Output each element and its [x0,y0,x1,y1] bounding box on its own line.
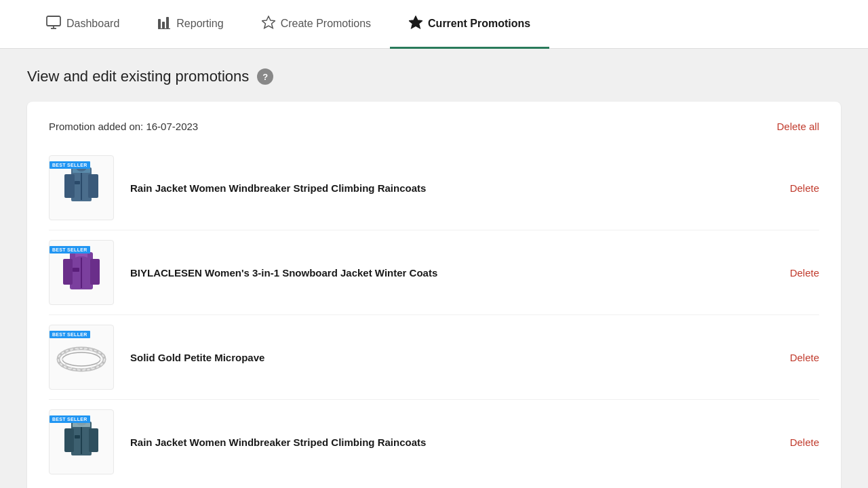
product-image-3: BEST SELLER [49,325,114,390]
delete-button-3[interactable]: Delete [790,352,819,363]
svg-point-35 [84,369,86,371]
svg-point-26 [65,353,67,355]
promotion-item: BEST SELLER [49,315,819,400]
best-seller-badge-1: BEST SELLER [50,161,90,169]
svg-point-27 [71,350,73,352]
tab-current-promotions-label: Current Promotions [428,18,530,30]
tab-dashboard-label: Dashboard [66,18,119,30]
svg-rect-41 [89,428,98,452]
svg-point-32 [100,359,102,361]
svg-marker-8 [262,16,275,28]
reporting-icon [157,16,171,33]
svg-point-24 [62,352,100,366]
page-title: View and edit existing promotions [27,68,249,85]
dashboard-icon [46,16,61,33]
page-header: View and edit existing promotions ? [27,68,841,85]
product-name-3: Solid Gold Petite Micropave [130,352,774,363]
svg-rect-3 [158,19,161,28]
svg-point-31 [96,353,98,355]
promotion-item: BEST SELLER Rain Jacket Women Windbreake… [49,400,819,484]
tab-reporting-label: Reporting [176,18,223,30]
svg-point-37 [71,367,73,369]
help-icon[interactable]: ? [257,68,273,85]
page-content: View and edit existing promotions ? Prom… [0,49,868,488]
product-image-2: BEST SELLER [49,240,114,305]
svg-point-33 [96,364,98,366]
delete-button-1[interactable]: Delete [790,182,819,194]
card-header: Promotion added on: 16-07-2023 Delete al… [49,121,819,132]
svg-point-28 [77,348,79,350]
svg-rect-5 [166,17,169,28]
svg-rect-12 [88,174,98,198]
product-image-4: BEST SELLER [49,409,114,474]
svg-rect-4 [162,22,165,28]
best-seller-badge-3: BEST SELLER [50,331,90,338]
delete-button-4[interactable]: Delete [790,436,819,448]
promotion-date: Promotion added on: 16-07-2023 [49,121,198,132]
svg-point-34 [91,367,93,369]
svg-rect-15 [75,181,80,184]
svg-marker-9 [410,16,422,28]
delete-all-button[interactable]: Delete all [776,121,819,132]
product-name-2: BIYLACLESEN Women's 3-in-1 Snowboard Jac… [130,267,774,279]
svg-point-25 [62,359,64,361]
tab-create-promotions-label: Create Promotions [281,18,371,30]
promotions-card: Promotion added on: 16-07-2023 Delete al… [27,102,841,488]
svg-rect-0 [47,16,60,26]
svg-point-36 [77,369,79,371]
promotion-item: BEST SELLER Rain Jacket Women Windbreake… [49,146,819,230]
nav-bar: Dashboard Reporting Create Promotions [0,0,868,49]
svg-point-29 [84,348,86,350]
tab-dashboard[interactable]: Dashboard [27,1,138,49]
product-image-1: BEST SELLER [49,155,114,220]
svg-rect-46 [73,423,90,427]
promotion-item: BEST SELLER BIYLACLESEN Women's 3-in-1 S… [49,230,819,315]
best-seller-badge-2: BEST SELLER [50,246,90,253]
product-name-1: Rain Jacket Women Windbreaker Striped Cl… [130,182,774,194]
tab-create-promotions[interactable]: Create Promotions [243,1,390,49]
tab-reporting[interactable]: Reporting [138,1,242,49]
current-promotions-icon [409,16,422,33]
svg-point-38 [65,364,67,366]
tab-current-promotions[interactable]: Current Promotions [390,1,549,49]
create-promotions-icon [262,16,275,33]
svg-rect-11 [64,174,75,198]
product-name-4: Rain Jacket Women Windbreaker Striped Cl… [130,436,774,448]
svg-rect-44 [75,435,80,439]
svg-rect-21 [73,268,79,272]
best-seller-badge-4: BEST SELLER [50,415,90,423]
svg-point-30 [91,350,93,352]
svg-rect-19 [90,259,100,285]
svg-rect-18 [63,259,73,285]
delete-button-2[interactable]: Delete [790,267,819,279]
svg-rect-40 [64,428,74,452]
